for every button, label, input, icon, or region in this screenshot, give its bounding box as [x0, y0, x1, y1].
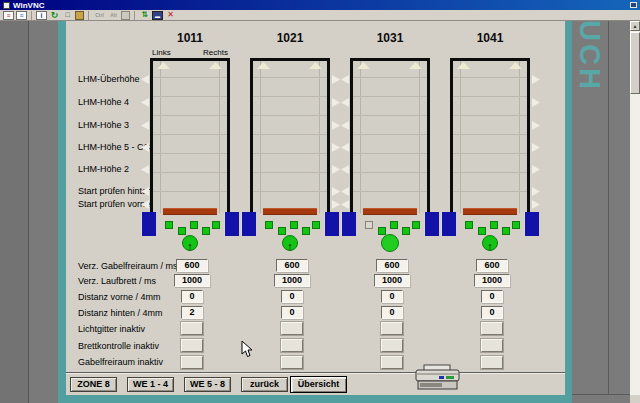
clipboard-icon[interactable] — [121, 11, 130, 20]
param-label: Distanz hinten / 4mm — [78, 308, 163, 318]
rack-label: LHM-Überhöhe — [78, 74, 140, 84]
desktop-divider — [608, 21, 609, 394]
param-label: Distanz vorne / 4mm — [78, 292, 161, 302]
ctrl-alt-del-icon[interactable] — [75, 11, 84, 20]
we5-8-button[interactable]: WE 5 - 8 — [184, 377, 231, 392]
param-label: Gabelfreiraum inaktiv — [78, 357, 163, 367]
mouse-cursor — [241, 340, 253, 363]
new-connection-icon[interactable]: ≡ — [3, 11, 14, 20]
ctrl-key-icon[interactable]: Ctrl — [93, 11, 106, 20]
rack-label: Start prüfen hinten — [78, 186, 152, 196]
desktop-left-region — [0, 21, 28, 403]
fullscreen-icon[interactable]: □ — [62, 11, 73, 20]
refresh-icon[interactable]: ↻ — [49, 11, 60, 20]
alt-key-icon[interactable]: Alt — [108, 11, 119, 20]
param-label: Verz. Laufbrett / ms — [78, 276, 156, 286]
toolbar: ≡ ≡ i ↻ □ Ctrl Alt ⇅ ▬ ✕ — [0, 10, 640, 21]
app-icon — [3, 2, 10, 9]
printer-icon[interactable] — [414, 364, 462, 396]
rack-label: LHM-Höhe 3 — [78, 120, 129, 130]
param-label: Brettkontrolle inaktiv — [78, 341, 159, 351]
rack-label: Start prüfen vorne — [78, 199, 150, 209]
zurueck-button[interactable]: zurück — [241, 377, 288, 392]
desktop-side-text: UCH — [574, 20, 605, 152]
toolbar-separator — [31, 11, 32, 20]
vertical-scrollbar[interactable]: ▲ — [630, 21, 640, 395]
bottom-separator — [66, 372, 565, 374]
window-control-glyph[interactable] — [630, 2, 637, 8]
scroll-up-icon[interactable]: ▲ — [630, 21, 640, 31]
toolbar-separator — [134, 11, 135, 20]
scrollbar-thumb[interactable] — [630, 32, 640, 94]
titlebar[interactable]: WinVNC — [0, 0, 640, 10]
uebersicht-button[interactable]: Übersicht — [290, 376, 347, 393]
scrollbar-corner — [630, 395, 640, 403]
rack-label: LHM-Höhe 2 — [78, 164, 129, 174]
we1-4-button[interactable]: WE 1 - 4 — [127, 377, 174, 392]
file-transfer-icon[interactable]: ⇅ — [139, 11, 150, 20]
param-label: Lichtgitter inaktiv — [78, 324, 145, 334]
close-icon[interactable]: ✕ — [165, 11, 176, 20]
connection-info-icon[interactable]: i — [36, 11, 47, 20]
save-connection-icon[interactable]: ▬ — [152, 11, 163, 20]
window-title: WinVNC — [13, 1, 44, 10]
desktop-left-region — [29, 21, 58, 403]
toolbar-separator — [88, 11, 89, 20]
rack-label: LHM-Höhe 4 — [78, 97, 129, 107]
zone8-button[interactable]: ZONE 8 — [70, 377, 117, 392]
param-label: Verz. Gabelfreiraum / ms — [78, 261, 178, 271]
connection-options-icon[interactable]: ≡ — [16, 11, 27, 20]
